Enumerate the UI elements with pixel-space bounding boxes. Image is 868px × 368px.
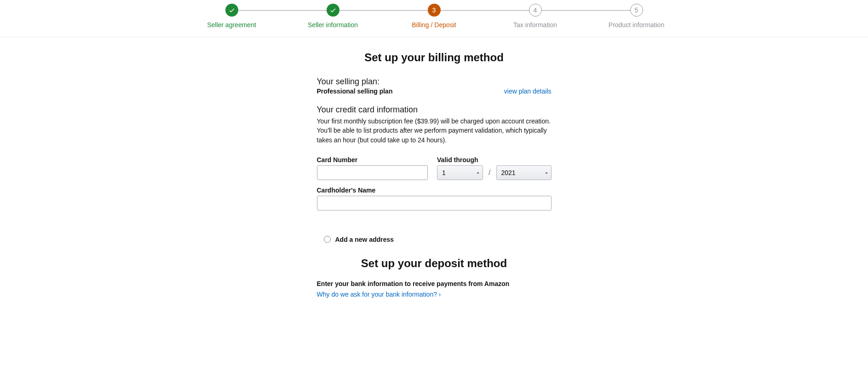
step-label: Billing / Deposit [412,21,456,29]
expiry-year-select[interactable]: 2021 [496,165,552,180]
step-label: Seller agreement [207,21,256,29]
card-number-input[interactable] [317,165,428,180]
card-number-label: Card Number [317,156,428,164]
billing-title: Set up your billing method [204,51,664,64]
cc-heading: Your credit card information [317,105,552,115]
selling-plan-name: Professional selling plan [317,88,393,95]
step-billing-deposit: 3 Billing / Deposit [384,4,485,29]
step-label: Seller information [308,21,358,29]
step-label: Product information [609,21,664,29]
step-number: 4 [529,4,542,17]
add-new-address-label: Add a new address [335,236,394,243]
selling-plan-label: Your selling plan: [317,77,393,87]
step-tax-information: 4 Tax information [485,4,586,29]
deposit-title: Set up your deposit method [204,257,664,270]
step-label: Tax information [513,21,557,29]
step-seller-agreement: Seller agreement [181,4,282,29]
add-new-address-radio[interactable] [324,236,331,243]
step-number: 3 [428,4,441,17]
cc-description: Your first monthly subscription fee ($39… [317,117,552,145]
cardholder-name-input[interactable] [317,196,552,210]
step-product-information: 5 Product information [586,4,687,29]
bank-info-link[interactable]: Why do we ask for your bank information? [317,291,441,298]
deposit-subheading: Enter your bank information to receive p… [317,280,552,287]
expiry-month-select[interactable]: 1 [437,165,483,180]
valid-through-label: Valid through [437,156,551,164]
view-plan-details-link[interactable]: view plan details [504,88,552,95]
step-number: 5 [630,4,643,17]
check-icon [327,4,339,17]
slash-separator: / [489,169,490,177]
progress-stepper: Seller agreement Seller information 3 Bi… [0,0,868,37]
cardholder-name-label: Cardholder's Name [317,187,552,194]
check-icon [225,4,238,17]
step-seller-information: Seller information [282,4,384,29]
